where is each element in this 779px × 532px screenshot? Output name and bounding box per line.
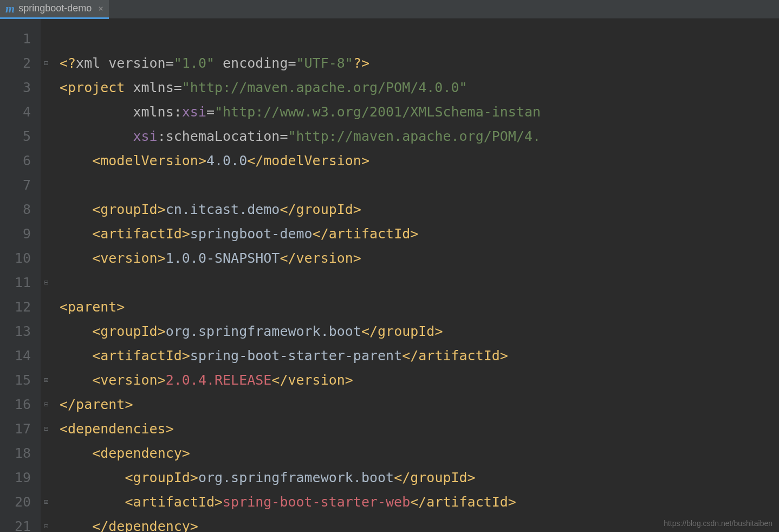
line-number: 4 — [0, 100, 31, 124]
code-line: <parent> — [60, 295, 779, 319]
fold-marker[interactable]: ⊟ — [41, 51, 51, 75]
code-line: <dependencies> — [60, 417, 779, 441]
line-number: 6 — [0, 148, 31, 173]
maven-icon: m — [5, 2, 15, 16]
code-line — [60, 270, 779, 295]
code-line: <modelVersion>4.0.0</modelVersion> — [60, 148, 779, 173]
fold-column: ⊟ ⊟ ⊡ ⊟ ⊟ ⊡ ⊡ — [41, 19, 51, 532]
fold-marker — [41, 27, 51, 51]
fold-marker — [41, 75, 51, 100]
code-line: <?xml version="1.0" encoding="UTF-8"?> — [60, 51, 779, 75]
editor: 1 2 3 4 5 6 7 8 9 10 11 12 13 14 15 16 1… — [0, 19, 779, 532]
fold-marker — [41, 197, 51, 222]
code-line: xsi:schemaLocation="http://maven.apache.… — [60, 124, 779, 148]
line-number: 9 — [0, 222, 31, 246]
line-number: 16 — [0, 392, 31, 417]
line-number: 18 — [0, 441, 31, 465]
code-line — [60, 173, 779, 197]
fold-marker — [41, 100, 51, 124]
line-number: 2 — [0, 51, 31, 75]
fold-marker — [41, 124, 51, 148]
fold-marker[interactable]: ⊡ — [41, 490, 51, 514]
code-line: <version>2.0.4.RELEASE</version> — [60, 368, 779, 392]
code-line: <dependency> — [60, 441, 779, 465]
fold-marker — [41, 246, 51, 270]
line-number: 14 — [0, 343, 31, 368]
fold-marker[interactable]: ⊟ — [41, 270, 51, 295]
code-line: xmlns:xsi="http://www.w3.org/2001/XMLSch… — [60, 100, 779, 124]
code-line: </parent> — [60, 392, 779, 417]
fold-marker — [41, 148, 51, 173]
code-area[interactable]: <?xml version="1.0" encoding="UTF-8"?><p… — [51, 19, 779, 532]
line-number: 5 — [0, 124, 31, 148]
line-number: 1 — [0, 27, 31, 51]
fold-marker[interactable]: ⊡ — [41, 368, 51, 392]
code-line: <project xmlns="http://maven.apache.org/… — [60, 75, 779, 100]
fold-marker[interactable]: ⊟ — [41, 392, 51, 417]
fold-marker — [41, 173, 51, 197]
code-line: <artifactId>spring-boot-starter-web</art… — [60, 490, 779, 514]
line-number: 17 — [0, 417, 31, 441]
code-line: <groupId>cn.itcast.demo</groupId> — [60, 197, 779, 222]
tab-bar: m springboot-demo × — [0, 0, 779, 19]
line-number: 11 — [0, 270, 31, 295]
line-number: 13 — [0, 319, 31, 343]
line-number: 19 — [0, 465, 31, 490]
fold-marker — [41, 319, 51, 343]
line-number: 10 — [0, 246, 31, 270]
code-line: <artifactId>springboot-demo</artifactId> — [60, 222, 779, 246]
code-line: <groupId>org.springframework.boot</group… — [60, 319, 779, 343]
fold-marker — [41, 441, 51, 465]
fold-marker[interactable]: ⊡ — [41, 514, 51, 532]
fold-marker — [41, 222, 51, 246]
code-line: <version>1.0.0-SNAPSHOT</version> — [60, 246, 779, 270]
tab-springboot-demo[interactable]: m springboot-demo × — [0, 0, 109, 19]
line-number: 15 — [0, 368, 31, 392]
watermark: https://blog.csdn.net/bushitaiben — [664, 519, 772, 528]
tab-label: springboot-demo — [18, 3, 92, 14]
line-number: 3 — [0, 75, 31, 100]
line-number: 8 — [0, 197, 31, 222]
line-number-gutter: 1 2 3 4 5 6 7 8 9 10 11 12 13 14 15 16 1… — [0, 19, 41, 532]
line-number: 21 — [0, 514, 31, 532]
line-number: 7 — [0, 173, 31, 197]
line-number: 20 — [0, 490, 31, 514]
fold-marker[interactable]: ⊟ — [41, 417, 51, 441]
code-line: <artifactId>spring-boot-starter-parent</… — [60, 343, 779, 368]
fold-marker — [41, 343, 51, 368]
close-icon[interactable]: × — [98, 3, 103, 14]
code-line: <groupId>org.springframework.boot</group… — [60, 465, 779, 490]
fold-marker — [41, 465, 51, 490]
line-number: 12 — [0, 295, 31, 319]
fold-marker — [41, 295, 51, 319]
